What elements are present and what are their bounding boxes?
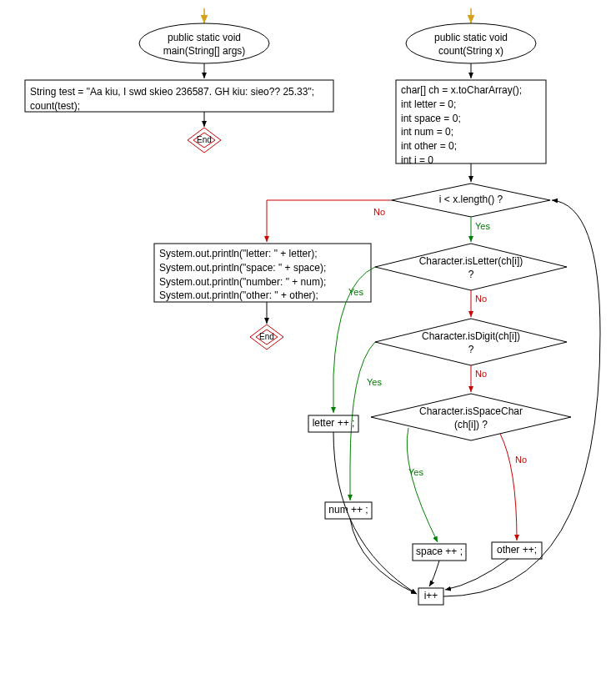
isdigit-yes-label: Yes [367,377,382,387]
isspace-cond: Character.isSpaceChar(ch[i]) ? [408,405,533,431]
letter-inc-box: letter ++ ; [308,417,358,430]
isdigit-cond: Character.isDigit(ch[i])? [408,330,533,356]
isspace-yes-label: Yes [408,467,423,477]
i-inc-box: i++ [418,590,443,603]
count-start-node: public static voidcount(String x) [408,32,533,58]
isletter-no-label: No [475,294,487,304]
isletter-yes-label: Yes [348,287,363,297]
init-box: char[] ch = x.toCharArray();int letter =… [396,80,546,171]
isletter-cond: Character.isLetter(ch[i])? [408,255,533,281]
loop-no-label: No [373,207,385,217]
other-inc-box: other ++; [492,544,542,557]
num-inc-box: num ++ ; [325,504,372,517]
main-start-node: public static voidmain(String[] args) [142,32,267,58]
main-body-box: String test = "Aa kiu, I swd skieo 23658… [25,82,333,117]
main-end-label: End [192,134,217,145]
loop-yes-label: Yes [475,221,490,231]
isdigit-no-label: No [475,369,487,379]
count-end-label: End [254,331,279,342]
print-box: System.out.println("letter: " + letter);… [154,244,371,306]
loop-cond: i < x.length() ? [417,194,525,207]
isspace-no-label: No [515,455,527,465]
space-inc-box: space ++ ; [413,546,466,559]
